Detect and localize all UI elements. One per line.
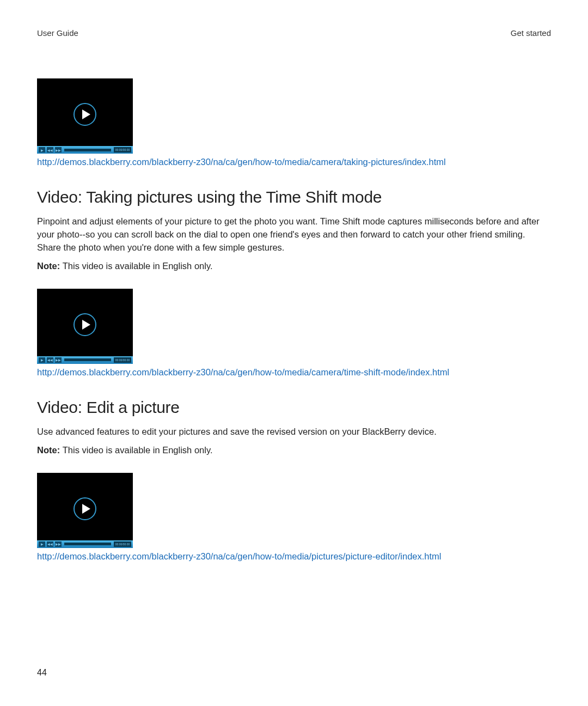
- progress-bar[interactable]: [64, 358, 111, 361]
- section-heading-2: Video: Edit a picture: [37, 398, 551, 417]
- header-left: User Guide: [37, 28, 78, 38]
- page-header: User Guide Get started: [37, 28, 551, 38]
- play-small-icon[interactable]: ▶: [39, 541, 45, 547]
- note-content: This video is available in English only.: [63, 445, 213, 455]
- time-display: 00:00/00:00: [114, 541, 131, 547]
- section-note-1: Note: This video is available in English…: [37, 261, 551, 271]
- note-label: Note:: [37, 261, 63, 271]
- forward-icon[interactable]: ▶▶: [55, 541, 62, 547]
- video-thumbnail-2[interactable]: ▶ ◀◀ ▶▶ 00:00/00:00: [37, 289, 133, 364]
- rewind-icon[interactable]: ◀◀: [47, 147, 53, 153]
- rewind-icon[interactable]: ◀◀: [47, 541, 53, 547]
- note-content: This video is available in English only.: [63, 261, 213, 271]
- note-label: Note:: [37, 445, 63, 455]
- time-display: 00:00/00:00: [114, 357, 131, 363]
- progress-bar[interactable]: [64, 543, 111, 545]
- video-thumbnail-1[interactable]: ▶ ◀◀ ▶▶ 00:00/00:00: [37, 78, 133, 154]
- video-controls-bar: ▶ ◀◀ ▶▶ 00:00/00:00: [37, 146, 133, 154]
- section-body-1: Pinpoint and adjust elements of your pic…: [37, 215, 551, 254]
- time-display: 00:00/00:00: [114, 147, 131, 153]
- play-small-icon[interactable]: ▶: [39, 147, 45, 153]
- video-link-2[interactable]: http://demos.blackberry.com/blackberry-z…: [37, 367, 449, 378]
- progress-bar[interactable]: [64, 149, 111, 151]
- forward-icon[interactable]: ▶▶: [55, 147, 62, 153]
- video-controls-bar: ▶ ◀◀ ▶▶ 00:00/00:00: [37, 540, 133, 548]
- rewind-icon[interactable]: ◀◀: [47, 357, 53, 363]
- video-link-3[interactable]: http://demos.blackberry.com/blackberry-z…: [37, 551, 442, 562]
- video-thumbnail-3[interactable]: ▶ ◀◀ ▶▶ 00:00/00:00: [37, 473, 133, 548]
- header-right: Get started: [511, 28, 551, 38]
- play-icon: [74, 497, 96, 520]
- section-heading-1: Video: Taking pictures using the Time Sh…: [37, 188, 551, 206]
- forward-icon[interactable]: ▶▶: [55, 357, 62, 363]
- section-body-2: Use advanced features to edit your pictu…: [37, 425, 551, 439]
- page-number: 44: [37, 668, 47, 678]
- play-icon: [74, 103, 96, 126]
- video-link-1[interactable]: http://demos.blackberry.com/blackberry-z…: [37, 157, 446, 167]
- section-note-2: Note: This video is available in English…: [37, 445, 551, 455]
- video-controls-bar: ▶ ◀◀ ▶▶ 00:00/00:00: [37, 356, 133, 364]
- play-icon: [74, 313, 96, 336]
- play-small-icon[interactable]: ▶: [39, 357, 45, 363]
